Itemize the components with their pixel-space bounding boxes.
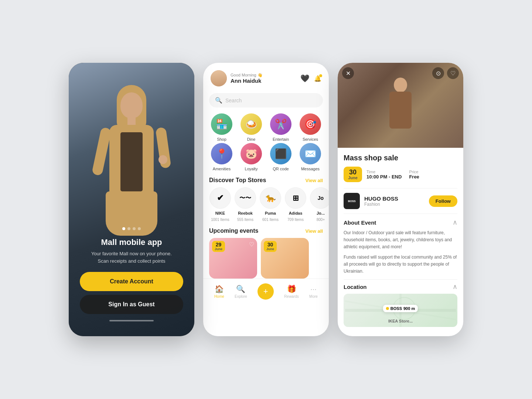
brand-name: HUGO BOSS: [364, 195, 424, 202]
dot-2: [127, 227, 130, 230]
event-info-row: 30 June Time 10:00 PM - END Price Free: [344, 167, 457, 182]
store-puma[interactable]: 🐆 Puma 601 Items: [259, 187, 282, 222]
nike-name: NIKE: [215, 211, 225, 215]
close-button[interactable]: ✕: [342, 67, 354, 79]
view-all-stores[interactable]: View all: [306, 178, 323, 183]
bottom-navigation: 🏠 Home 🔍 Explore + 🎁 Rewards ··· More: [203, 279, 329, 307]
category-entertain[interactable]: ✂️ Entertain: [267, 113, 295, 141]
nav-rewards[interactable]: 🎁 Rewards: [284, 284, 299, 299]
view-all-events[interactable]: View all: [306, 228, 323, 234]
dot-3: [133, 227, 136, 230]
about-text-2: Funds raised will support the local comm…: [344, 254, 457, 275]
price-value: Free: [409, 174, 419, 180]
location-title: Location: [344, 284, 367, 290]
event-1-heart-icon[interactable]: ♡: [249, 241, 254, 248]
event-2-date: 30 June: [264, 241, 277, 252]
category-shop[interactable]: 🏪 Shop: [208, 113, 236, 141]
category-amenities[interactable]: 📍 Amenities: [208, 143, 236, 171]
reebok-logo: 〜〜: [235, 187, 256, 209]
category-qrcode[interactable]: ⬛ QR code: [267, 143, 295, 171]
events-title: Upcoming events: [209, 228, 258, 234]
home-header: Good Morning 👋 Ann Haiduk 🖤 🔔: [203, 63, 329, 90]
create-account-button[interactable]: Create Account: [80, 272, 183, 291]
dot-4: [138, 227, 141, 230]
event-2-day: 30: [266, 242, 274, 247]
about-toggle-icon[interactable]: ∧: [453, 218, 457, 226]
event-time-price: Time 10:00 PM - END Price Free: [366, 170, 419, 180]
adidas-items: 709 Items: [287, 218, 304, 222]
explore-nav-label: Explore: [235, 294, 247, 299]
events-row: 29 June ♡ 30 June: [203, 238, 329, 279]
nav-explore[interactable]: 🔍 Explore: [235, 284, 247, 299]
loyalty-label: Loyalty: [245, 167, 258, 171]
category-dine[interactable]: 🍛 Dine: [237, 113, 265, 141]
home-nav-label: Home: [214, 294, 224, 299]
shop-label: Shop: [217, 137, 226, 141]
more-nav-icon: ···: [310, 285, 317, 293]
event-card-1[interactable]: 29 June ♡: [209, 238, 257, 279]
search-bar[interactable]: 🔍 Search: [209, 93, 323, 108]
adidas-name: Adidas: [289, 211, 303, 215]
more-store-logo: Jo: [310, 187, 329, 209]
store-adidas[interactable]: ⊞ Adidas 709 Items: [284, 187, 307, 222]
qr-icon: ⬛: [270, 143, 291, 164]
app-subtitle: Your favorite Mall now on your phone. Sc…: [87, 250, 176, 265]
map-brand-label: BOSS 900 m: [383, 305, 418, 312]
map-pin: [386, 307, 389, 310]
more-store-name: Jo...: [317, 211, 325, 215]
event-hero-image: ✕ ⊙ ♡: [338, 63, 463, 148]
more-store-items: 800+: [317, 218, 325, 222]
event-1-date: 29 June: [212, 241, 225, 252]
brand-logo: BOSS: [344, 193, 360, 209]
event-detail-month: June: [348, 175, 358, 180]
share-icon[interactable]: ⊙: [432, 67, 444, 79]
home-indicator: [109, 320, 154, 321]
dot-1: [122, 227, 125, 230]
location-toggle-icon[interactable]: ∧: [453, 283, 457, 291]
nav-more[interactable]: ··· More: [309, 285, 318, 299]
store-reebok[interactable]: 〜〜 Reebok 555 Items: [234, 187, 256, 222]
about-title: About Event: [344, 219, 376, 226]
map-area[interactable]: BOSS 900 m IKEA Store...: [344, 294, 457, 327]
nav-home[interactable]: 🏠 Home: [214, 284, 224, 299]
notifications-icon[interactable]: 🔔: [314, 75, 321, 82]
man-figure: [378, 74, 423, 148]
store-nike[interactable]: ✔ NIKE 1001 Items: [209, 187, 231, 222]
app-title: Mall mobile app: [87, 238, 176, 247]
favorites-icon[interactable]: 🖤: [300, 74, 310, 83]
event-1-month: June: [215, 247, 222, 251]
time-value: 10:00 PM - END: [366, 174, 402, 180]
services-icon: 🎯: [300, 113, 321, 135]
sign-in-guest-button[interactable]: Sign In as Guest: [80, 295, 183, 314]
brand-info: HUGO BOSS Fashion: [364, 195, 424, 207]
loyalty-icon: 🐷: [241, 143, 262, 164]
messages-icon: ✉️: [300, 143, 321, 164]
login-text-block: Mall mobile app Your favorite Mall now o…: [87, 238, 176, 265]
notification-dot: [319, 74, 322, 77]
reebok-items: 555 Items: [237, 218, 253, 222]
event-card-2[interactable]: 30 June: [261, 238, 309, 279]
search-placeholder: Search: [225, 98, 242, 103]
messages-label: Messages: [301, 167, 320, 171]
price-label: Price: [409, 170, 419, 174]
category-services[interactable]: 🎯 Services: [296, 113, 324, 141]
location-section: Location ∧ BOSS 900 m IKEA Store...: [344, 279, 457, 327]
avatar[interactable]: [211, 70, 227, 86]
explore-nav-icon: 🔍: [236, 284, 245, 293]
puma-name: Puma: [265, 211, 276, 215]
follow-button[interactable]: Follow: [429, 195, 457, 207]
qr-label: QR code: [273, 167, 289, 171]
phone-detail-screen: ✕ ⊙ ♡ Mass shop sale 30 June Time 10:00 …: [338, 63, 463, 336]
user-name: Ann Haiduk: [231, 78, 263, 84]
event-1-day: 29: [215, 242, 222, 247]
detail-heart-icon[interactable]: ♡: [447, 67, 459, 79]
category-loyalty[interactable]: 🐷 Loyalty: [237, 143, 265, 171]
category-messages[interactable]: ✉️ Messages: [296, 143, 324, 171]
event-title: Mass shop sale: [344, 154, 457, 162]
search-icon: 🔍: [215, 97, 222, 104]
carousel-dots: [122, 227, 141, 230]
detail-action-buttons: ⊙ ♡: [432, 67, 459, 79]
home-nav-icon: 🏠: [215, 284, 224, 293]
store-more[interactable]: Jo Jo... 800+: [310, 187, 329, 222]
nav-add-button[interactable]: +: [258, 283, 274, 300]
